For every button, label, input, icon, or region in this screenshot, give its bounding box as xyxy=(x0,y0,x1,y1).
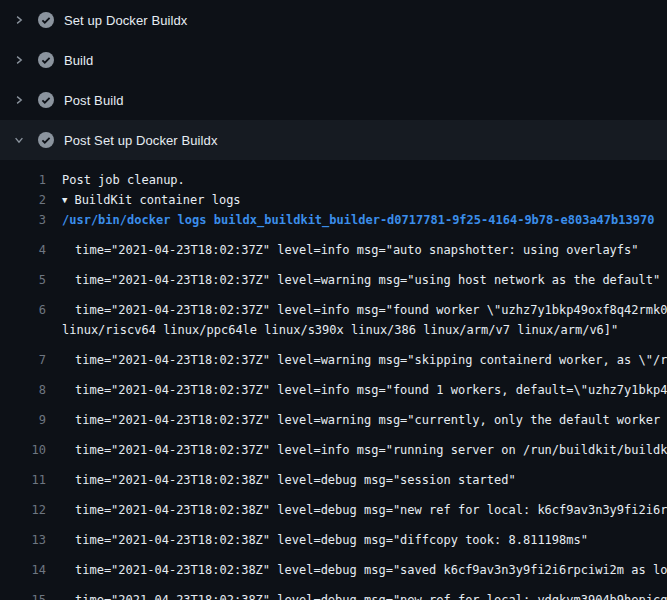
log-output: 1Post job cleanup.2▼BuildKit container l… xyxy=(0,160,667,600)
log-line: 7time="2021-04-23T18:02:37Z" level=warni… xyxy=(0,340,667,370)
line-number[interactable]: 13 xyxy=(0,530,46,550)
command-text: /usr/bin/docker logs buildx_buildkit_bui… xyxy=(62,210,654,230)
log-line: 10time="2021-04-23T18:02:37Z" level=info… xyxy=(0,430,667,460)
log-text: time="2021-04-23T18:02:38Z" level=debug … xyxy=(75,500,667,520)
chevron-down-icon[interactable] xyxy=(12,133,26,147)
log-line: 12time="2021-04-23T18:02:38Z" level=debu… xyxy=(0,490,667,520)
log-text: time="2021-04-23T18:02:37Z" level=info m… xyxy=(75,380,667,400)
step-header-set-up-docker-buildx[interactable]: Set up Docker Buildx xyxy=(0,0,667,40)
log-line: 14time="2021-04-23T18:02:38Z" level=debu… xyxy=(0,550,667,580)
line-number[interactable]: 3 xyxy=(0,210,46,230)
log-line: 13time="2021-04-23T18:02:38Z" level=debu… xyxy=(0,520,667,550)
log-text: time="2021-04-23T18:02:37Z" level=warnin… xyxy=(75,350,667,370)
log-text: time="2021-04-23T18:02:37Z" level=warnin… xyxy=(75,410,667,430)
log-line: 8time="2021-04-23T18:02:37Z" level=info … xyxy=(0,370,667,400)
step-title: Post Build xyxy=(64,93,124,108)
line-number[interactable]: 11 xyxy=(0,470,46,490)
log-text: time="2021-04-23T18:02:37Z" level=info m… xyxy=(75,440,667,460)
line-number[interactable]: 9 xyxy=(0,410,46,430)
log-text: time="2021-04-23T18:02:38Z" level=debug … xyxy=(75,590,667,600)
log-text: time="2021-04-23T18:02:38Z" level=debug … xyxy=(75,530,588,550)
log-line: 3/usr/bin/docker logs buildx_buildkit_bu… xyxy=(0,210,667,230)
chevron-right-icon[interactable] xyxy=(12,93,26,107)
chevron-right-icon[interactable] xyxy=(12,13,26,27)
log-text: Post job cleanup. xyxy=(62,170,185,190)
line-number[interactable]: 15 xyxy=(0,590,46,600)
log-text: time="2021-04-23T18:02:37Z" level=warnin… xyxy=(75,270,660,290)
log-line: 1Post job cleanup. xyxy=(0,170,667,190)
line-number[interactable]: 5 xyxy=(0,270,46,290)
log-line: 15time="2021-04-23T18:02:38Z" level=debu… xyxy=(0,580,667,600)
group-title: BuildKit container logs xyxy=(74,193,240,207)
chevron-right-icon[interactable] xyxy=(12,53,26,67)
log-text: time="2021-04-23T18:02:38Z" level=debug … xyxy=(75,470,516,490)
log-text: linux/riscv64 linux/ppc64le linux/s390x … xyxy=(62,320,618,340)
line-number xyxy=(0,320,46,340)
line-number[interactable]: 12 xyxy=(0,500,46,520)
line-number[interactable]: 1 xyxy=(0,170,46,190)
check-circle-icon xyxy=(38,52,54,68)
line-number[interactable]: 10 xyxy=(0,440,46,460)
log-line: 9time="2021-04-23T18:02:37Z" level=warni… xyxy=(0,400,667,430)
line-number[interactable]: 6 xyxy=(0,300,46,320)
log-line: 4time="2021-04-23T18:02:37Z" level=info … xyxy=(0,230,667,260)
step-header-post-set-up-docker-buildx[interactable]: Post Set up Docker Buildx xyxy=(0,120,667,160)
line-number[interactable]: 14 xyxy=(0,560,46,580)
log-text: time="2021-04-23T18:02:38Z" level=debug … xyxy=(75,560,667,580)
check-circle-icon xyxy=(38,12,54,28)
line-number[interactable]: 7 xyxy=(0,350,46,370)
log-line: 5time="2021-04-23T18:02:37Z" level=warni… xyxy=(0,260,667,290)
log-line: 6time="2021-04-23T18:02:37Z" level=info … xyxy=(0,290,667,320)
check-circle-icon xyxy=(38,92,54,108)
log-text: time="2021-04-23T18:02:37Z" level=info m… xyxy=(75,300,667,320)
log-line-continuation: linux/riscv64 linux/ppc64le linux/s390x … xyxy=(0,320,667,340)
job-steps-list: Set up Docker BuildxBuildPost BuildPost … xyxy=(0,0,667,160)
step-header-post-build[interactable]: Post Build xyxy=(0,80,667,120)
log-line: 2▼BuildKit container logs xyxy=(0,190,667,210)
line-number[interactable]: 8 xyxy=(0,380,46,400)
step-title: Post Set up Docker Buildx xyxy=(64,133,218,148)
log-line: 11time="2021-04-23T18:02:38Z" level=debu… xyxy=(0,460,667,490)
line-number[interactable]: 4 xyxy=(0,240,46,260)
check-circle-icon xyxy=(38,132,54,148)
log-group-header[interactable]: ▼BuildKit container logs xyxy=(62,190,241,210)
log-text: time="2021-04-23T18:02:37Z" level=info m… xyxy=(75,240,639,260)
step-header-build[interactable]: Build xyxy=(0,40,667,80)
step-title: Set up Docker Buildx xyxy=(64,13,187,28)
step-title: Build xyxy=(64,53,93,68)
triangle-down-icon[interactable]: ▼ xyxy=(62,190,67,210)
line-number[interactable]: 2 xyxy=(0,190,46,210)
